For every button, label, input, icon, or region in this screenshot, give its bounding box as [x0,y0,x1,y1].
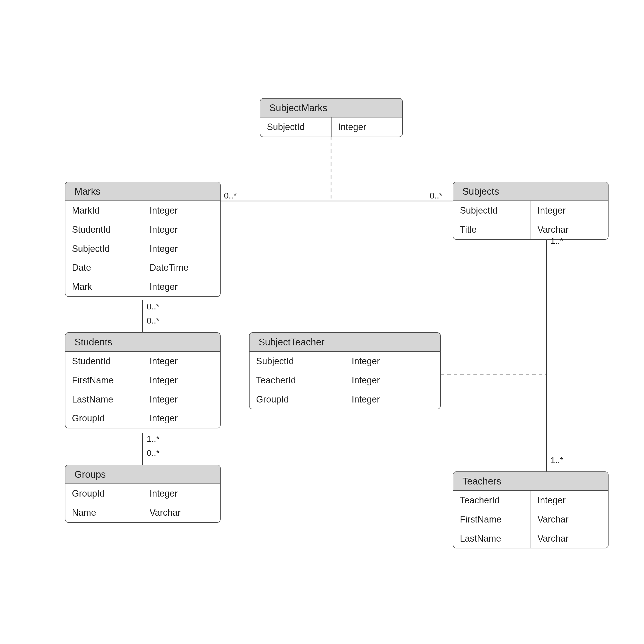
field-type: Integer [143,220,220,239]
entity-title: Marks [65,182,220,201]
entity-title: Groups [65,465,220,484]
field-type: Integer [143,239,220,258]
field-name: SubjectId [65,239,143,258]
field-type: Varchar [531,529,608,548]
entity-subjectmarks: SubjectMarks SubjectId Integer [260,98,403,137]
multiplicity-label: 1..* [147,434,159,444]
multiplicity-label: 1..* [550,455,563,465]
entity-title: SubjectTeacher [250,333,440,352]
field-name: Name [65,503,143,522]
field-type: Integer [143,409,220,428]
types-col: Integer [332,117,402,137]
field-name: MarkId [65,201,143,220]
field-name: GroupId [65,409,143,428]
entity-groups: Groups GroupId Name Integer Varchar [65,465,221,523]
field-type: Varchar [531,220,608,239]
field-name: StudentId [65,352,143,371]
field-name: Date [65,258,143,277]
field-name: Title [453,220,531,239]
field-name: StudentId [65,220,143,239]
multiplicity-label: 0..* [147,302,159,311]
field-type: Integer [531,201,608,220]
field-type: Integer [143,484,220,503]
entity-subjectteacher: SubjectTeacher SubjectId TeacherId Group… [249,332,441,409]
entity-title: Subjects [453,182,608,201]
field-type: Integer [143,201,220,220]
fields-col: SubjectId [260,117,332,137]
multiplicity-label: 0..* [147,316,159,326]
field-type: Integer [345,352,440,371]
multiplicity-label: 0..* [430,191,442,200]
entity-teachers: Teachers TeacherId FirstName LastName In… [453,471,609,548]
multiplicity-label: 0..* [224,191,237,200]
field-type: Integer [345,371,440,390]
field-type: DateTime [143,258,220,277]
field-name: FirstName [453,510,531,529]
multiplicity-label: 0..* [147,448,159,458]
field-name: LastName [65,390,143,409]
field-name: SubjectId [260,117,331,137]
entity-students: Students StudentId FirstName LastName Gr… [65,332,221,428]
field-type: Integer [143,277,220,296]
field-type: Integer [143,352,220,371]
field-type: Varchar [531,510,608,529]
field-type: Integer [143,390,220,409]
field-name: LastName [453,529,531,548]
field-name: SubjectId [250,352,345,371]
field-name: GroupId [65,484,143,503]
field-name: TeacherId [453,491,531,510]
field-name: TeacherId [250,371,345,390]
multiplicity-label: 1..* [550,236,563,246]
field-type: Integer [531,491,608,510]
entity-title: Students [65,333,220,352]
entity-title: Teachers [453,472,608,491]
field-type: Integer [332,117,402,137]
entity-subjects: Subjects SubjectId Title Integer Varchar [453,182,609,240]
entity-title: SubjectMarks [260,99,402,117]
entity-marks: Marks MarkId StudentId SubjectId Date Ma… [65,182,221,297]
field-type: Integer [345,390,440,409]
er-diagram-canvas: SubjectMarks SubjectId Integer Marks Mar… [0,0,644,644]
field-type: Integer [143,371,220,390]
field-name: FirstName [65,371,143,390]
field-name: Mark [65,277,143,296]
field-name: SubjectId [453,201,531,220]
field-name: GroupId [250,390,345,409]
field-type: Varchar [143,503,220,522]
